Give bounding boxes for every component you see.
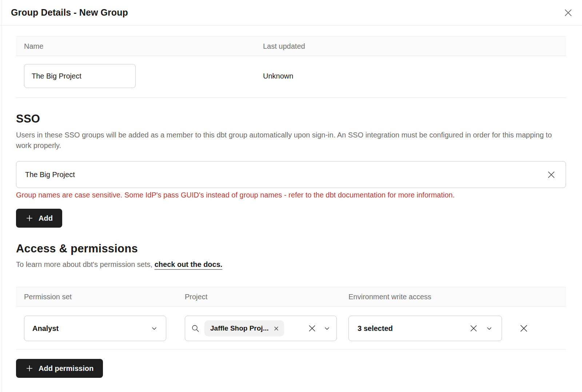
sso-group-input[interactable]: [16, 161, 566, 188]
clear-icon: [469, 324, 478, 333]
docs-link[interactable]: check out the docs.: [155, 260, 223, 268]
modal-left-border: [1, 0, 2, 392]
chevron-down-icon: [323, 325, 331, 332]
sso-description: Users in these SSO groups will be added …: [16, 130, 554, 151]
remove-project-tag-button[interactable]: [274, 326, 279, 331]
group-table-header: Name Last updated: [16, 36, 566, 56]
remove-tag-icon: [274, 326, 279, 331]
page-title: Group Details - New Group: [11, 7, 128, 18]
close-button[interactable]: [563, 8, 573, 18]
column-header-last-updated: Last updated: [263, 42, 558, 51]
plus-icon: [25, 214, 33, 222]
add-sso-group-button[interactable]: Add: [16, 209, 62, 228]
permission-set-select[interactable]: Analyst: [24, 316, 166, 341]
section-heading-access-permissions: Access & permissions: [16, 242, 566, 255]
permissions-description-prefix: To learn more about dbt's permission set…: [16, 260, 155, 268]
column-header-permission-set: Permission set: [24, 293, 185, 301]
permissions-table: Permission set Project Environment write…: [16, 287, 566, 349]
permissions-table-header: Permission set Project Environment write…: [16, 287, 566, 307]
modal-header: Group Details - New Group: [0, 0, 582, 25]
add-permission-button-label: Add permission: [39, 364, 93, 373]
clear-environment-button[interactable]: [469, 324, 478, 333]
close-icon: [519, 323, 529, 333]
permission-set-value: Analyst: [32, 324, 59, 333]
sso-warning-text: Group names are case sensitive. Some IdP…: [16, 191, 566, 199]
project-tag-label: Jaffle Shop Proj...: [210, 324, 268, 332]
clear-icon: [546, 170, 556, 180]
group-details-modal: Group Details - New Group Name Last upda…: [0, 0, 582, 392]
group-info-table: Name Last updated Unknown: [16, 36, 566, 98]
plus-icon: [25, 364, 33, 372]
remove-permission-button[interactable]: [519, 323, 529, 333]
add-permission-button[interactable]: Add permission: [16, 359, 103, 378]
chevron-down-icon: [151, 325, 158, 332]
column-header-environment-write-access: Environment write access: [348, 293, 558, 301]
search-icon: [191, 324, 200, 333]
clear-sso-input-button[interactable]: [546, 170, 556, 180]
sso-group-name-field[interactable]: [25, 171, 546, 179]
modal-content: Name Last updated Unknown SSO Users in t…: [0, 36, 582, 378]
permission-row: Analyst: [16, 307, 566, 349]
section-heading-sso: SSO: [16, 112, 566, 125]
clear-icon: [307, 324, 317, 333]
chevron-down-icon: [486, 325, 493, 332]
environment-write-access-value: 3 selected: [358, 324, 393, 333]
project-tag: Jaffle Shop Proj...: [204, 320, 284, 336]
environment-write-access-select[interactable]: 3 selected: [348, 316, 502, 341]
column-header-project: Project: [185, 293, 348, 301]
clear-project-button[interactable]: [307, 324, 317, 333]
project-multiselect[interactable]: Jaffle Shop Proj...: [185, 316, 337, 341]
group-name-input[interactable]: [24, 64, 136, 88]
last-updated-value: Unknown: [263, 72, 558, 80]
table-row: Unknown: [16, 56, 566, 98]
column-header-name: Name: [24, 42, 263, 51]
close-icon: [563, 8, 573, 18]
permissions-description: To learn more about dbt's permission set…: [16, 260, 566, 269]
add-button-label: Add: [39, 214, 53, 223]
